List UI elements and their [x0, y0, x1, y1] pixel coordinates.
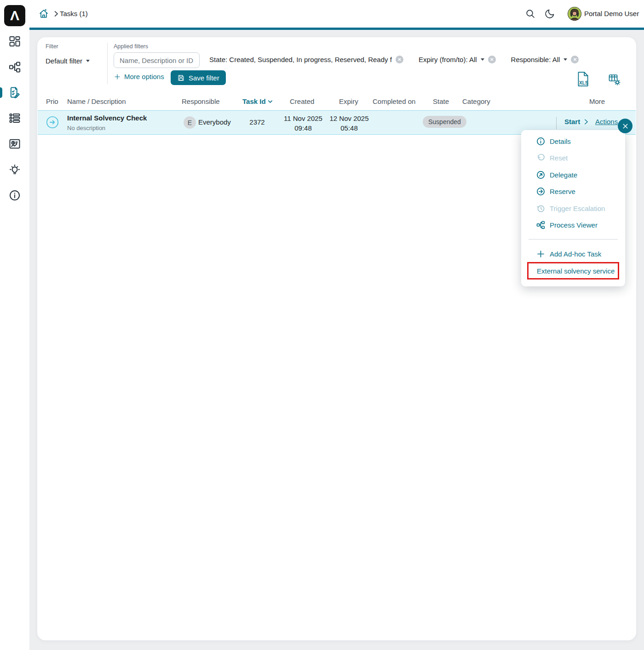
sidebar-item-statistics[interactable] [8, 137, 21, 150]
menu-item-external-solvency-label: External solvency service [537, 267, 615, 275]
expiry-time: 05:48 [340, 124, 358, 132]
save-filter-button[interactable]: Save filter [171, 70, 226, 85]
filter-divider [107, 43, 108, 84]
task-list-panel: Filter Default filter Applied filters St… [37, 37, 636, 640]
menu-item-delegate-label: Delegate [550, 171, 577, 179]
column-header-completed[interactable]: Completed on [373, 97, 415, 105]
close-icon [622, 123, 629, 130]
user-menu[interactable]: Portal Demo User [584, 10, 639, 17]
menu-item-external-solvency-service[interactable]: External solvency service [527, 262, 619, 279]
menu-item-reset-label: Reset [550, 154, 568, 162]
column-header-created[interactable]: Created [290, 97, 314, 105]
filter-selector-value: Default filter [46, 57, 82, 65]
task-name[interactable]: Internal Solvency Check [67, 114, 147, 122]
save-filter-label: Save filter [189, 74, 219, 82]
menu-item-add-adhoc-label: Add Ad-hoc Task [550, 250, 601, 258]
task-description: No description [67, 125, 105, 131]
responsible-filter-chip[interactable]: Responsible: All ✕ [511, 56, 579, 63]
created-date: 11 Nov 2025 [284, 114, 322, 122]
expiry-filter-chip-label: Expiry (from/to): All [419, 56, 477, 63]
sidebar-item-cases[interactable] [8, 112, 21, 125]
menu-item-reset: Reset [521, 149, 625, 166]
state-badge: Suspended [423, 116, 466, 128]
remove-expiry-filter-icon[interactable]: ✕ [488, 56, 496, 63]
menu-item-add-adhoc-task[interactable]: Add Ad-hoc Task [521, 245, 625, 262]
applied-filters-label: Applied filters [114, 43, 148, 50]
breadcrumb-chevron-icon [52, 10, 60, 17]
plus-icon [114, 73, 121, 80]
sidebar-item-ideas[interactable] [8, 164, 21, 177]
sidebar: Λ [0, 0, 29, 650]
search-icon[interactable] [525, 8, 536, 19]
menu-item-trigger-escalation-label: Trigger Escalation [550, 205, 605, 212]
chevron-down-icon [564, 58, 567, 61]
column-settings-icon[interactable] [608, 73, 621, 86]
menu-item-process-viewer-label: Process Viewer [550, 221, 598, 229]
menu-item-reserve[interactable]: Reserve [521, 183, 625, 200]
created-cell: 11 Nov 2025 09:48 [281, 114, 325, 133]
created-time: 09:48 [294, 124, 312, 132]
table-header: Prio Name / Description Responsible Task… [37, 94, 636, 110]
responsible-name: Everybody [198, 118, 231, 126]
accent-divider [29, 28, 644, 30]
menu-divider [529, 239, 618, 239]
breadcrumb-current[interactable]: Tasks (1) [60, 10, 88, 17]
app-root: Tasks (1) Portal Demo User Λ [0, 0, 644, 650]
dark-mode-toggle-icon[interactable] [544, 8, 555, 19]
delegate-icon [536, 171, 545, 179]
actions-menu: Details Reset Delegate Reserve Trigger E… [521, 130, 625, 286]
remove-responsible-filter-icon[interactable]: ✕ [571, 56, 579, 63]
remove-state-filter-icon[interactable]: ✕ [396, 56, 403, 63]
chevron-down-icon [86, 60, 90, 62]
search-input[interactable] [114, 52, 200, 68]
export-excel-icon[interactable]: XLS [576, 71, 590, 87]
actions-menu-label: Actions [595, 118, 618, 125]
filter-label: Filter [46, 43, 58, 50]
app-logo[interactable]: Λ [4, 5, 25, 26]
column-header-category[interactable]: Category [462, 97, 490, 105]
responsible-avatar: E [184, 116, 196, 129]
more-options-button[interactable]: More options [114, 73, 164, 80]
column-header-more: More [589, 97, 605, 105]
sidebar-active-indicator [0, 87, 2, 98]
menu-item-reserve-label: Reserve [550, 188, 575, 195]
process-viewer-icon [536, 221, 545, 229]
sidebar-item-tasks[interactable] [8, 86, 21, 99]
home-icon[interactable] [38, 8, 49, 19]
column-header-taskid[interactable]: Task Id [242, 97, 274, 105]
menu-item-delegate[interactable]: Delegate [521, 166, 625, 183]
reset-icon [536, 154, 545, 162]
save-icon [177, 74, 185, 82]
menu-item-details[interactable]: Details [521, 133, 625, 149]
chevron-down-icon [481, 58, 484, 61]
reserve-icon [536, 187, 545, 196]
chevron-right-icon [583, 119, 589, 125]
close-menu-button[interactable] [618, 119, 632, 133]
expiry-filter-chip[interactable]: Expiry (from/to): All ✕ [419, 56, 496, 63]
responsible-filter-chip-label: Responsible: All [511, 56, 560, 63]
sort-descending-icon [267, 98, 274, 105]
task-id: 2372 [237, 118, 277, 126]
filter-selector[interactable]: Default filter [46, 57, 90, 65]
applied-filter-chips: State: Created, Suspended, In progress, … [209, 56, 579, 63]
expiry-cell: 12 Nov 2025 05:48 [327, 114, 371, 133]
column-header-prio[interactable]: Prio [46, 97, 58, 105]
start-task-label: Start [564, 118, 580, 125]
sidebar-item-processes[interactable] [8, 61, 21, 74]
column-header-state[interactable]: State [433, 97, 449, 105]
sidebar-item-info[interactable] [8, 189, 21, 202]
expiry-date: 12 Nov 2025 [329, 114, 368, 122]
column-header-responsible[interactable]: Responsible [182, 97, 220, 105]
column-header-taskid-label: Task Id [242, 97, 266, 105]
svg-text:XLS: XLS [579, 80, 588, 86]
start-task-button[interactable]: Start [564, 118, 589, 125]
column-header-name[interactable]: Name / Description [67, 97, 126, 105]
escalation-clock-icon [536, 204, 545, 213]
sidebar-item-dashboard[interactable] [8, 35, 21, 48]
state-filter-chip-label: State: Created, Suspended, In progress, … [209, 56, 392, 63]
column-header-expiry[interactable]: Expiry [339, 97, 358, 105]
state-filter-chip[interactable]: State: Created, Suspended, In progress, … [209, 56, 403, 63]
avatar[interactable] [568, 7, 581, 21]
menu-item-trigger-escalation: Trigger Escalation [521, 200, 625, 217]
menu-item-process-viewer[interactable]: Process Viewer [521, 217, 625, 233]
